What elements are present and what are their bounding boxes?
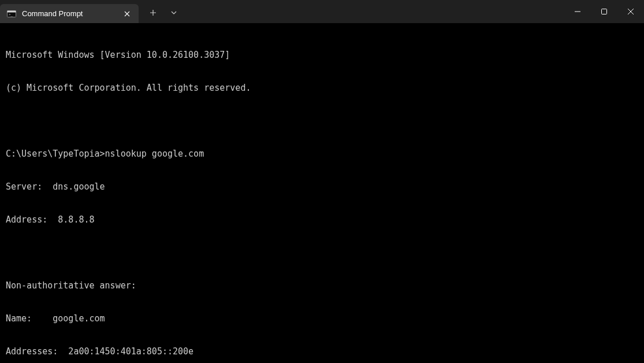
window-controls [564, 0, 644, 23]
output-line: Server: dns.google [6, 182, 638, 192]
new-tab-button[interactable] [143, 3, 163, 22]
output-line: Non-authoritative answer: [6, 280, 638, 291]
minimize-button[interactable] [564, 0, 591, 23]
output-line: Address: 8.8.8.8 [6, 214, 638, 225]
output-line [6, 116, 638, 127]
output-line: Name: google.com [6, 313, 638, 324]
tab-title: Command Prompt [22, 9, 116, 18]
tab-dropdown-button[interactable] [164, 3, 184, 22]
terminal-output[interactable]: Microsoft Windows [Version 10.0.26100.30… [0, 23, 644, 363]
titlebar: >_ Command Prompt [0, 0, 644, 23]
output-line [6, 247, 638, 258]
maximize-button[interactable] [591, 0, 617, 23]
tab-actions [139, 0, 184, 23]
svg-rect-3 [602, 9, 607, 14]
output-line: Addresses: 2a00:1450:401a:805::200e [6, 346, 638, 357]
tab-command-prompt[interactable]: >_ Command Prompt [0, 4, 139, 23]
tab-strip: >_ Command Prompt [0, 0, 564, 23]
output-line: Microsoft Windows [Version 10.0.26100.30… [6, 50, 638, 61]
cmd-icon: >_ [7, 9, 16, 18]
tab-close-button[interactable] [121, 8, 133, 20]
output-line: C:\Users\TypeTopia>nslookup google.com [6, 149, 638, 160]
output-line: (c) Microsoft Corporation. All rights re… [6, 83, 638, 94]
close-window-button[interactable] [617, 0, 644, 23]
svg-text:>_: >_ [9, 12, 13, 17]
